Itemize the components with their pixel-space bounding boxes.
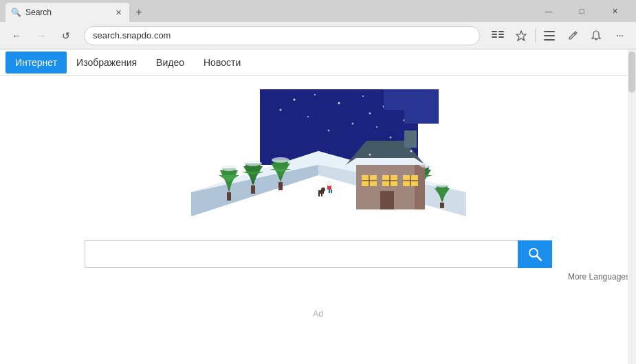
close-button[interactable]: ✕ [599, 0, 630, 22]
new-tab-button[interactable]: + [129, 3, 149, 22]
svg-rect-55 [440, 203, 444, 208]
tab-close-button[interactable]: ✕ [113, 7, 124, 18]
svg-rect-0 [492, 31, 497, 32]
title-bar: 🔍 Search ✕ + — □ ✕ [0, 0, 636, 22]
bell-icon [591, 30, 602, 41]
reader-icon [492, 31, 504, 41]
svg-rect-4 [498, 34, 504, 35]
svg-line-87 [537, 256, 541, 260]
svg-rect-76 [331, 190, 332, 193]
maximize-button[interactable]: □ [566, 0, 597, 22]
svg-point-56 [435, 183, 449, 187]
search-bar-wrapper [85, 240, 552, 268]
winter-scene-illustration [171, 89, 466, 227]
svg-point-84 [342, 168, 343, 169]
minimize-button[interactable]: — [533, 0, 564, 22]
address-text: search.snapdo.com [93, 30, 171, 41]
svg-point-47 [272, 157, 289, 163]
svg-rect-40 [251, 185, 255, 194]
svg-point-78 [321, 187, 325, 192]
more-languages-link[interactable]: More Languages ▾ [168, 272, 636, 282]
pen-icon [567, 30, 578, 41]
forward-button[interactable]: → [30, 25, 52, 47]
star-icon [516, 30, 527, 41]
main-area: More Languages ▾ Ad [0, 76, 636, 364]
pen-button[interactable] [562, 25, 584, 47]
favorites-button[interactable] [510, 25, 532, 47]
back-button[interactable]: ← [6, 25, 28, 47]
svg-point-14 [338, 102, 340, 104]
scrollbar[interactable] [628, 49, 636, 364]
svg-rect-3 [498, 31, 504, 32]
window-controls: — □ ✕ [533, 0, 630, 22]
more-button[interactable]: ··· [608, 25, 630, 47]
notifications-button[interactable] [585, 25, 607, 47]
search-input[interactable] [85, 240, 518, 268]
hamburger-button[interactable] [538, 25, 560, 47]
svg-point-24 [327, 130, 329, 132]
tab-internet[interactable]: Интернет [6, 52, 67, 73]
svg-point-46 [244, 161, 262, 166]
svg-point-12 [293, 99, 295, 101]
svg-marker-60 [346, 158, 425, 165]
svg-point-85 [430, 157, 432, 159]
tab-news[interactable]: Новости [194, 52, 250, 73]
search-button[interactable] [518, 240, 552, 268]
scrollbar-thumb[interactable] [628, 52, 635, 93]
svg-rect-7 [544, 31, 555, 32]
svg-point-25 [369, 113, 371, 115]
svg-point-81 [369, 154, 371, 156]
reader-view-button[interactable] [487, 25, 509, 47]
svg-rect-9 [544, 39, 555, 41]
tab-title: Search [25, 8, 109, 17]
svg-point-82 [383, 161, 384, 162]
hamburger-icon [544, 31, 555, 41]
svg-rect-80 [321, 194, 322, 196]
svg-point-23 [279, 109, 281, 111]
refresh-button[interactable]: ↺ [55, 25, 77, 47]
svg-point-15 [362, 95, 364, 97]
svg-point-26 [389, 137, 391, 139]
svg-rect-8 [544, 35, 555, 36]
browser-tab[interactable]: 🔍 Search ✕ [6, 3, 129, 22]
tab-images[interactable]: Изображения [67, 52, 146, 73]
svg-point-83 [410, 150, 412, 152]
svg-marker-6 [516, 31, 526, 41]
svg-rect-79 [318, 194, 320, 196]
svg-point-72 [419, 162, 430, 168]
svg-rect-5 [498, 36, 504, 38]
svg-rect-36 [227, 192, 231, 201]
svg-point-21 [376, 126, 377, 128]
svg-point-13 [314, 94, 316, 95]
navigation-bar: ← → ↺ search.snapdo.com [0, 22, 636, 49]
svg-rect-2 [492, 36, 497, 38]
svg-point-19 [307, 116, 309, 117]
svg-line-10 [574, 33, 575, 34]
svg-rect-44 [278, 182, 283, 190]
nav-right-controls: ··· [487, 25, 630, 47]
nav-separator [535, 29, 536, 43]
svg-rect-75 [329, 190, 330, 193]
search-tabs: Интернет Изображения Видео Новости [0, 49, 636, 76]
svg-rect-1 [492, 34, 497, 35]
svg-rect-71 [380, 191, 394, 209]
search-icon [528, 247, 542, 261]
ad-label: Ad [313, 309, 323, 319]
svg-rect-61 [404, 130, 417, 148]
tab-video[interactable]: Видео [146, 52, 194, 73]
more-languages-text: More Languages [568, 272, 630, 282]
svg-rect-29 [404, 110, 439, 124]
page-content: Интернет Изображения Видео Новости [0, 49, 636, 364]
browser-window: 🔍 Search ✕ + — □ ✕ ← → ↺ search.snapdo.c… [0, 0, 636, 364]
winter-svg [171, 89, 466, 227]
tab-favicon-icon: 🔍 [11, 8, 21, 17]
svg-point-45 [221, 166, 237, 171]
svg-rect-28 [384, 89, 439, 110]
svg-point-20 [351, 123, 353, 125]
tab-bar: 🔍 Search ✕ + [6, 0, 533, 22]
svg-point-74 [327, 181, 332, 186]
address-bar[interactable]: search.snapdo.com [84, 26, 480, 45]
